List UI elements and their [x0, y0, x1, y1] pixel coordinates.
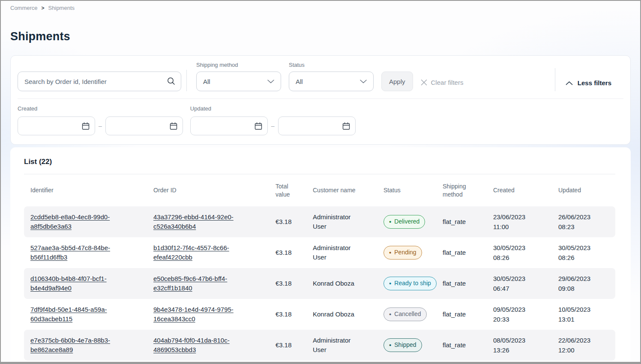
status-select[interactable]: All	[289, 72, 374, 91]
customer-name: Administrator User	[313, 243, 373, 263]
created-datetime: 09/05/202320:33	[493, 304, 558, 325]
updated-datetime: 22/06/202312:00	[558, 335, 609, 355]
order-id-link[interactable]: 404ab794-f0f0-41da-810c-4869053cbbd3	[153, 336, 256, 355]
range-separator: –	[271, 122, 275, 129]
customer-name: Administrator User	[313, 336, 373, 355]
filter-divider-vertical	[186, 70, 187, 91]
status-field: Status All	[289, 62, 374, 91]
order-id-link[interactable]: 43a37296-ebbd-4164-92e0-c526a340b6b4	[153, 212, 256, 232]
table-row: 7df9f4bd-50e1-4845-a59a-60d3acbeb115 9b4…	[24, 299, 615, 330]
identifier-link[interactable]: e7e375cb-6b0b-4e7a-88b3-be862ace8a89	[30, 336, 133, 355]
breadcrumb: Commerce > Shipments	[10, 1, 631, 11]
order-id-link[interactable]: e50ceb85-f9c6-47b6-bff4-e32cff1b1840	[153, 274, 256, 293]
total-value: €3.18	[276, 248, 313, 258]
less-filters-button[interactable]: Less filters	[566, 79, 611, 87]
created-label: Created	[18, 105, 183, 112]
column-header-status: Status	[383, 186, 443, 194]
page-title: Shipments	[10, 30, 631, 43]
status-badge: Shipped	[383, 338, 422, 352]
column-header-shipping-method: Shipping method	[443, 182, 493, 199]
breadcrumb-item-shipments[interactable]: Shipments	[48, 5, 75, 11]
calendar-icon	[170, 122, 177, 130]
updated-label: Updated	[190, 105, 356, 112]
total-value: €3.18	[276, 279, 313, 289]
column-header-created: Created	[493, 186, 558, 194]
filters-row-dates: Created –	[18, 99, 623, 144]
customer-name: Administrator User	[313, 212, 373, 232]
column-header-order-id: Order ID	[153, 186, 276, 194]
shipping-method-value: flat_rate	[443, 310, 493, 319]
created-datetime: 30/05/202306:47	[493, 274, 558, 294]
filters-row-main: Shipping method All Status All	[18, 62, 623, 91]
identifier-link[interactable]: 527aae3a-5b5d-47c8-84be-b56f11d6ffb3	[30, 243, 133, 263]
shipping-method-field: Shipping method All	[196, 62, 281, 91]
total-value: €3.18	[276, 340, 313, 350]
column-header-identifier: Identifier	[30, 186, 153, 194]
column-header-customer-name: Customer name	[313, 186, 383, 194]
clear-filters-button[interactable]: Clear filters	[421, 79, 464, 86]
filters-panel: Shipping method All Status All	[10, 55, 631, 145]
search-input[interactable]	[18, 72, 181, 91]
shipping-method-value: flat_rate	[443, 217, 493, 227]
shipping-method-select[interactable]: All	[196, 72, 281, 91]
created-datetime: 30/05/202308:26	[493, 243, 558, 263]
updated-datetime: 29/06/202309:08	[558, 274, 609, 294]
status-badge: Pending	[383, 246, 422, 260]
filter-divider-vertical	[555, 68, 555, 91]
total-value: €3.18	[276, 217, 313, 227]
status-label: Status	[289, 62, 374, 68]
search-field	[18, 72, 181, 91]
breadcrumb-separator-icon: >	[42, 5, 45, 11]
updated-from-input[interactable]	[190, 116, 268, 135]
status-badge: Delivered	[383, 215, 425, 229]
shipping-method-label: Shipping method	[196, 62, 281, 68]
updated-datetime: 10/05/202313:01	[558, 304, 609, 325]
updated-date-range: Updated –	[190, 105, 356, 135]
created-from-input[interactable]	[18, 116, 95, 135]
less-filters-label: Less filters	[578, 79, 611, 87]
updated-datetime: 26/06/202308:23	[558, 212, 609, 232]
column-header-updated: Updated	[558, 186, 609, 194]
close-icon	[421, 79, 427, 86]
order-id-link[interactable]: 9b4e3478-1e4d-4974-9795-16cea3843cc0	[153, 305, 256, 324]
order-id-link[interactable]: b1d30f12-7f4c-4557-8c66-efeaf4220cbb	[153, 243, 256, 263]
identifier-link[interactable]: 2cdd5eb8-e8a0-4ec8-99d0-a8f5db6e3a63	[30, 212, 133, 232]
status-badge-label: Ready to ship	[394, 279, 431, 288]
table-row: 527aae3a-5b5d-47c8-84be-b56f11d6ffb3 b1d…	[24, 237, 615, 268]
status-badge-label: Shipped	[394, 340, 416, 349]
list-title: List (22)	[24, 158, 615, 166]
table-row: 2cdd5eb8-e8a0-4ec8-99d0-a8f5db6e3a63 43a…	[24, 206, 615, 237]
range-separator: –	[99, 122, 102, 129]
customer-name: Konrad Oboza	[313, 310, 373, 319]
table-row: d106340b-b4b8-4f07-bcf1-b4e4d9af94e0 e50…	[24, 268, 615, 299]
status-value: All	[296, 78, 303, 85]
status-badge-label: Cancelled	[394, 310, 421, 319]
created-date-range: Created –	[18, 105, 183, 135]
column-header-total-value: Total value	[276, 182, 313, 199]
calendar-icon	[82, 122, 90, 130]
created-datetime: 23/06/202311:00	[493, 212, 558, 232]
calendar-icon	[342, 122, 350, 130]
shipping-method-value: flat_rate	[443, 340, 493, 350]
status-badge: Ready to ship	[383, 277, 437, 290]
shipping-method-value: flat_rate	[443, 248, 493, 258]
total-value: €3.18	[276, 310, 313, 319]
clear-filters-label: Clear filters	[431, 79, 464, 86]
chevron-up-icon	[566, 81, 573, 85]
updated-datetime: 30/05/202308:26	[558, 243, 609, 263]
status-badge-label: Pending	[394, 248, 416, 257]
shipments-page: Commerce > Shipments Shipments Shipping …	[0, 0, 641, 364]
search-icon[interactable]	[167, 77, 176, 86]
identifier-link[interactable]: 7df9f4bd-50e1-4845-a59a-60d3acbeb115	[30, 305, 133, 324]
table-row: e7e375cb-6b0b-4e7a-88b3-be862ace8a89 404…	[24, 330, 615, 361]
breadcrumb-item-commerce[interactable]: Commerce	[10, 5, 38, 11]
status-badge: Cancelled	[383, 307, 427, 321]
created-to-input[interactable]	[105, 116, 183, 135]
table-header-row: Identifier Order ID Total value Customer…	[24, 174, 615, 206]
updated-to-input[interactable]	[278, 116, 356, 135]
chevron-down-icon	[360, 80, 367, 84]
identifier-link[interactable]: d106340b-b4b8-4f07-bcf1-b4e4d9af94e0	[30, 274, 133, 293]
customer-name: Konrad Oboza	[313, 279, 373, 289]
apply-button[interactable]: Apply	[381, 72, 413, 91]
created-datetime: 08/05/202313:26	[493, 335, 558, 355]
